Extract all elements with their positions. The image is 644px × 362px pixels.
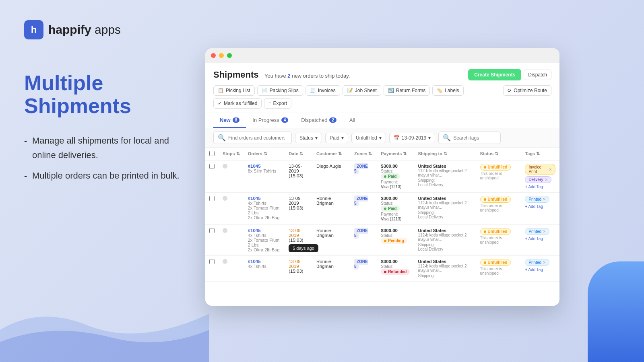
unfulfilled-label: Unfulfilled [356,135,377,141]
status-filter[interactable]: Status ▾ [295,133,322,143]
stop-dot-3 [223,228,227,233]
dot-refunded-4 [384,271,386,273]
row1-addr-sub: 112-b kotla village pocket 2 mayur vihar… [418,169,472,177]
printed-tag-4: Printed ✕ [525,259,549,266]
tab-in-progress[interactable]: In Progress 4 [246,113,295,128]
search-box[interactable]: 🔍 [213,132,292,144]
tab-all[interactable]: All [343,113,361,128]
picking-list-btn[interactable]: 📋 Picking List [213,85,255,96]
unfulfilled-filter[interactable]: Unfulfilled ▾ [351,133,386,143]
stop-dot [223,164,227,169]
logo-area: h happify apps [24,20,181,39]
tag-search-icon: 🔍 [443,134,451,142]
table-row: #1045 4x Tshirts 2x Tomato Plum 2 Lbs 2x… [205,193,559,225]
orders-notice: You have 2 new orders to ship today. [264,73,350,79]
order-link-1[interactable]: #1045 [248,164,281,169]
calendar-icon: 📅 [394,135,400,141]
packing-slips-btn[interactable]: 📄 Packing Slips [257,85,303,96]
dispatch-button[interactable]: Dispatch [524,70,551,80]
tabs-row: New 8 In Progress 4 Dispatched 2 All [205,113,559,128]
search-input[interactable] [228,135,285,141]
row4-order: #1045 4x Tshirts [244,256,285,282]
tab-dispatched[interactable]: Dispatched 2 [295,113,343,128]
tags-search-box[interactable]: 🔍 [438,132,501,144]
tag-close-1[interactable]: ✕ [549,167,552,172]
export-btn[interactable]: ↑ Export [264,98,291,109]
tag-close-2[interactable]: ✕ [545,177,548,182]
table-row: #1045 4x Tshirts 13-09-2019 (15:03) Ronn… [205,256,559,282]
select-all-checkbox[interactable] [209,151,215,156]
row1-items: 8x Slim Tshirts [248,169,277,173]
add-tag-btn-3[interactable]: + Add Tag [525,237,543,241]
invoice-tag-1: Invoice Print ✕ [525,164,555,175]
traffic-light-green[interactable] [227,53,232,58]
date-filter[interactable]: 📅 13-09-2019 ▾ [389,133,435,143]
row2-select-checkbox[interactable] [209,196,215,201]
row3-pay-label: Status: [381,233,393,238]
date-label: 13-09-2019 [402,135,426,141]
row4-payment: $300.00 Status: Refunded [377,256,414,282]
order-link-4[interactable]: #1045 [248,259,281,264]
row3-addr-main: United States [418,228,472,233]
row4-addr-sub: 112-b kotla village pocket 2 mayur vihar… [418,264,472,273]
tab-new[interactable]: New 8 [213,113,246,128]
row1-payment-method: Visa (1213) [381,185,401,189]
create-shipments-button[interactable]: Create Shipments [468,69,521,80]
row4-time: (15:03) [289,269,303,274]
row1-addr-main: United States [418,164,472,169]
row1-checkbox [205,160,219,193]
add-tag-btn-2[interactable]: + Add Tag [525,204,543,209]
mark-fulfilled-btn[interactable]: ✓ Mark as fulfilled [213,98,262,109]
order-link-2[interactable]: #1045 [248,196,281,201]
row4-amount: $300.00 [381,259,398,264]
logo-text: happify apps [48,23,121,37]
row4-select-checkbox[interactable] [209,259,215,264]
col-shipping: Shipping to ⇅ [414,148,476,160]
order-link-3[interactable]: #1045 [248,228,281,233]
row3-date: 13-09-2019 (15:03) 5 days ago [285,225,312,256]
paid-filter[interactable]: Paid ▾ [325,133,348,143]
dot-orange-3 [484,230,486,233]
row1-select-checkbox[interactable] [209,164,215,169]
add-tag-btn-1[interactable]: + Add Tag [525,185,543,189]
row4-pay-label: Status: [381,264,393,269]
tag-close-3[interactable]: ✕ [543,197,546,202]
tags-search-input[interactable] [453,135,497,141]
row2-fulfill-badge: Unfulfilled [480,196,511,203]
dot-pending-3 [384,240,386,242]
chevron-down-icon: ▾ [341,135,344,141]
return-forms-btn[interactable]: ↩️ Return Forms [384,85,430,96]
optimize-route-btn[interactable]: ⟳ Optimize Route [503,85,551,96]
page-title: Shipments [213,70,258,80]
row4-date: 13-09-2019 (15:03) [285,256,312,282]
row2-payment-label: Payment: [381,212,398,216]
row4-customer: Ronnie Brigman [312,256,350,282]
job-sheet-btn[interactable]: 📝 Job Sheet [343,85,381,96]
filter-row: 🔍 Status ▾ Paid ▾ Unfulfilled ▾ 📅 13-09-… [205,128,559,148]
row3-fulfill-badge: Unfulfilled [480,228,511,235]
labels-btn[interactable]: 🏷️ Labels [432,85,463,96]
date-tooltip-wrap: 13-09-2019 (15:03) 5 days ago [289,228,308,243]
row3-addr-sub: 112-b kotla village pocket 2 mayur vihar… [418,233,472,242]
tag-close-5[interactable]: ✕ [543,260,546,265]
printed-tag-3: Printed ✕ [525,228,549,235]
tag-close-4[interactable]: ✕ [543,229,546,234]
printed-tag-2: Printed ✕ [525,196,549,203]
invoices-btn[interactable]: 🧾 Invoices [305,85,340,96]
row2-stop [219,193,244,225]
row1-shipping: United States 112-b kotla village pocket… [414,160,476,193]
row1-customer: Diego Augle [312,160,350,193]
tab-dispatched-badge: 2 [329,117,336,123]
row3-select-checkbox[interactable] [209,228,215,233]
row1-date-val: 13-09-2019 [289,164,302,173]
row2-shipping-method: Shipping:Local Delivery [418,210,472,219]
chevron-down-icon: ▾ [315,135,318,141]
row2-items: 4x Tshirts 2x Tomato Plum 2 Lbs 2x Okra … [248,201,280,220]
add-tag-btn-4[interactable]: + Add Tag [525,267,543,272]
row3-tags: Printed ✕ + Add Tag [521,225,559,256]
traffic-light-yellow[interactable] [219,53,224,58]
traffic-light-red[interactable] [211,53,216,58]
col-stops: Stops ⇅ [219,148,244,160]
row3-time: (15:03) [289,238,303,243]
page-headline: Multiple Shipments [24,72,181,117]
